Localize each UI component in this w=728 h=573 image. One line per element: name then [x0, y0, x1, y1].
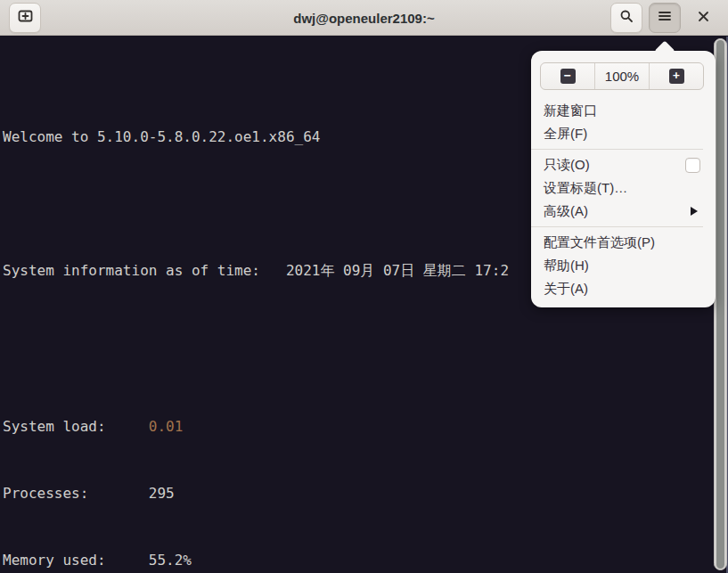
- zoom-out-button[interactable]: −: [541, 63, 594, 89]
- menu-item-set-title[interactable]: 设置标题(T)…: [531, 176, 716, 200]
- blank-line: [3, 326, 710, 348]
- menu-separator: [531, 226, 703, 227]
- menu-item-fullscreen[interactable]: 全屏(F): [531, 122, 716, 145]
- menu-section-app: 配置文件首选项(P) 帮助(H) 关于(A): [531, 231, 716, 300]
- submenu-arrow-icon: [691, 207, 698, 216]
- stat-line-memory: Memory used:55.2%: [3, 549, 710, 571]
- menu-item-new-window[interactable]: 新建窗口: [531, 99, 716, 122]
- search-button[interactable]: [610, 3, 642, 33]
- hamburger-menu-icon: [658, 11, 671, 24]
- hamburger-menu-button[interactable]: [649, 3, 681, 33]
- menu-section-window: 新建窗口 全屏(F): [531, 99, 716, 145]
- tab-new-icon: [18, 9, 33, 26]
- terminal-scrollbar[interactable]: [714, 38, 727, 570]
- close-window-button[interactable]: [687, 3, 719, 33]
- titlebar: dwj@openeuler2109:~: [0, 0, 728, 36]
- scrollbar-thumb[interactable]: [716, 40, 724, 569]
- zoom-in-button[interactable]: +: [649, 63, 703, 89]
- menu-item-about[interactable]: 关于(A): [531, 277, 716, 300]
- stat-line-processes: Processes:295: [3, 482, 710, 504]
- menu-item-help[interactable]: 帮助(H): [531, 254, 716, 277]
- menu-item-profile-preferences[interactable]: 配置文件首选项(P): [531, 231, 716, 254]
- menu-item-advanced[interactable]: 高级(A): [531, 200, 716, 223]
- menu-separator: [531, 149, 703, 150]
- zoom-out-icon: −: [560, 69, 576, 84]
- stat-line-system-load: System load:0.01: [3, 415, 710, 438]
- new-tab-button[interactable]: [9, 3, 41, 33]
- menu-item-read-only[interactable]: 只读(O): [531, 153, 716, 176]
- read-only-checkbox[interactable]: [685, 158, 700, 173]
- zoom-control: − 100% +: [540, 62, 704, 90]
- zoom-level-button[interactable]: 100%: [594, 63, 649, 89]
- zoom-in-icon: +: [669, 69, 684, 84]
- menu-popover: − 100% + 新建窗口 全屏(F) 只读(O) 设置标题(T)… 高级(A)…: [531, 51, 716, 307]
- titlebar-controls: [610, 3, 719, 33]
- search-icon: [619, 9, 634, 26]
- close-icon: [698, 11, 709, 25]
- menu-section-options: 只读(O) 设置标题(T)… 高级(A): [531, 153, 716, 223]
